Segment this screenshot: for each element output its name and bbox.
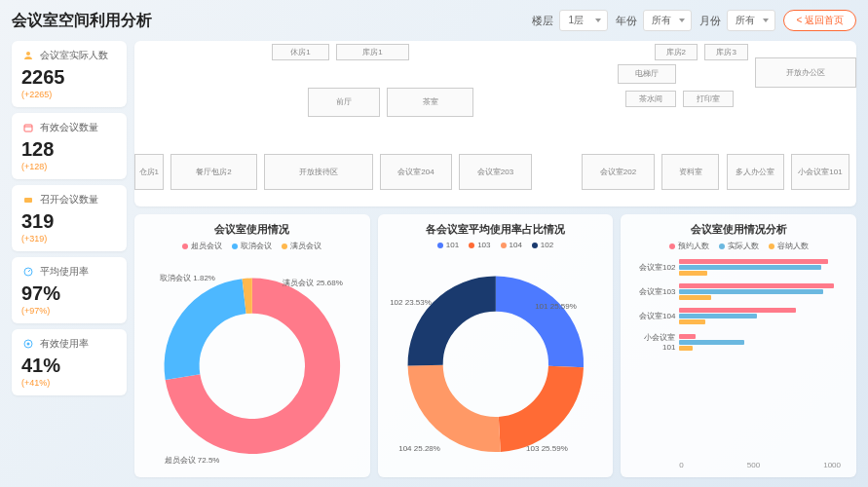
- legend-label: 102: [541, 241, 553, 249]
- data-label: 104 25.28%: [398, 444, 440, 453]
- room[interactable]: 开放办公区: [755, 57, 856, 88]
- data-label: 满员会议 25.68%: [283, 278, 342, 288]
- analysis-bar-card: 会议室使用情况分析 预约人数实际人数容纳人数 会议室102 会议室103 会议室…: [621, 214, 856, 477]
- room[interactable]: 茶水间: [625, 91, 676, 107]
- legend-label: 104: [509, 241, 522, 249]
- legend-dot: [437, 243, 443, 248]
- kpi-card: 召开会议数量 319 (+319): [12, 185, 127, 251]
- legend-label: 实际人数: [728, 241, 759, 251]
- legend-dot: [232, 244, 238, 249]
- legend-dot: [769, 244, 774, 249]
- bar: [679, 314, 757, 318]
- room[interactable]: 仓房1: [134, 154, 164, 190]
- kpi-delta: (+97%): [21, 306, 117, 316]
- room[interactable]: 资料室: [661, 154, 719, 190]
- chart-title: 会议室使用情况分析: [628, 222, 849, 237]
- legend-label: 超员会议: [191, 241, 222, 251]
- bar: [679, 295, 711, 300]
- chart-title: 会议室使用情况: [142, 222, 362, 237]
- legend-item: 取消会议: [232, 241, 272, 251]
- calendar-icon: [21, 121, 35, 134]
- pie-slice: [425, 294, 495, 365]
- x-axis: 05001000: [632, 461, 841, 469]
- bar: [679, 289, 822, 294]
- room[interactable]: 餐厅包房2: [170, 154, 257, 190]
- year-label: 年份: [616, 14, 637, 28]
- legend-label: 103: [477, 241, 490, 249]
- kpi-label: 会议室实际人数: [40, 49, 108, 62]
- usage-pie-card: 会议室使用情况 超员会议取消会议满员会议 取消会议 1.82%满员会议 25.6…: [134, 214, 370, 477]
- data-label: 101 25.59%: [535, 302, 577, 311]
- chart-legend: 超员会议取消会议满员会议: [142, 241, 362, 251]
- room[interactable]: 库房1: [336, 44, 408, 60]
- bar-chart: 会议室102 会议室103 会议室104 小会议室101 05001000: [628, 255, 849, 469]
- room[interactable]: 会议室203: [459, 154, 531, 190]
- data-label: 取消会议 1.82%: [160, 273, 215, 283]
- legend-item: 104: [501, 241, 522, 249]
- kpi-label: 有效使用率: [40, 337, 89, 351]
- year-select[interactable]: 所有: [643, 10, 692, 31]
- legend-dot: [469, 243, 474, 248]
- kpi-delta: (+128): [21, 162, 117, 171]
- bar-row: 会议室103: [632, 283, 841, 300]
- legend-label: 满员会议: [290, 241, 321, 251]
- bar: [679, 340, 743, 345]
- header: 会议室空间利用分析 楼层 1层 年份 所有 月份 所有 < 返回首页: [12, 10, 856, 31]
- room[interactable]: 打印室: [683, 91, 734, 107]
- room[interactable]: 多人办公室: [727, 154, 784, 190]
- kpi-delta: (+319): [21, 234, 117, 244]
- back-button[interactable]: < 返回首页: [783, 10, 856, 31]
- room[interactable]: 会议室204: [380, 154, 452, 190]
- room[interactable]: 小会议室101: [791, 154, 849, 190]
- kpi-value: 319: [21, 210, 117, 232]
- bar-row: 会议室104: [632, 308, 841, 324]
- bar: [679, 283, 834, 288]
- room[interactable]: 茶室: [387, 88, 473, 118]
- legend-dot: [282, 244, 287, 249]
- data-label: 超员会议 72.5%: [165, 455, 220, 466]
- bar: [679, 259, 827, 264]
- legend-label: 101: [446, 241, 459, 249]
- month-select[interactable]: 所有: [727, 10, 775, 31]
- room[interactable]: 会议室202: [582, 154, 654, 190]
- legend-item: 102: [532, 241, 553, 249]
- room-usage-pie-card: 各会议室平均使用率占比情况 101103104102 102 23.53%101…: [378, 214, 614, 477]
- bar-label: 会议室103: [632, 286, 675, 297]
- svg-line-5: [28, 270, 30, 272]
- bar: [679, 308, 795, 313]
- legend-dot: [532, 243, 538, 248]
- floorplan[interactable]: 休房1库房1库房2库房3电梯厅开放办公区前厅茶室茶水间打印室仓房1餐厅包房2开放…: [134, 41, 856, 206]
- kpi-value: 2265: [21, 66, 117, 88]
- room[interactable]: 库房3: [704, 44, 747, 60]
- filter-bar: 楼层 1层 年份 所有 月份 所有 < 返回首页: [532, 10, 856, 31]
- floor-select[interactable]: 1层: [559, 10, 608, 31]
- room[interactable]: 电梯厅: [618, 64, 675, 84]
- bar-label: 小会议室101: [632, 332, 675, 352]
- legend-item: 容纳人数: [769, 241, 809, 251]
- legend-dot: [182, 244, 188, 249]
- bar: [679, 346, 692, 351]
- target-icon: [21, 337, 35, 351]
- bar: [679, 271, 706, 276]
- legend-item: 预约人数: [669, 241, 709, 251]
- bar-row: 小会议室101: [632, 332, 841, 352]
- gauge-icon: [21, 265, 35, 279]
- legend-dot: [669, 244, 675, 249]
- kpi-label: 有效会议数量: [40, 121, 98, 134]
- room[interactable]: 库房2: [655, 44, 698, 60]
- kpi-delta: (+2265): [21, 90, 117, 99]
- data-label: 103 25.59%: [526, 444, 568, 453]
- legend-item: 101: [437, 241, 459, 249]
- kpi-delta: (+41%): [21, 378, 117, 388]
- floor-label: 楼层: [532, 14, 553, 28]
- bar-row: 会议室102: [632, 259, 841, 276]
- chart-body: 102 23.53%101 25.59%104 25.28%103 25.59%: [386, 253, 606, 475]
- axis-tick: 0: [679, 461, 683, 469]
- legend-item: 超员会议: [182, 241, 222, 251]
- room[interactable]: 开放接待区: [264, 154, 372, 190]
- bar: [679, 334, 696, 339]
- room[interactable]: 休房1: [272, 44, 329, 60]
- room[interactable]: 前厅: [308, 88, 380, 118]
- svg-rect-3: [24, 198, 32, 203]
- kpi-card: 平均使用率 97% (+97%): [12, 257, 127, 323]
